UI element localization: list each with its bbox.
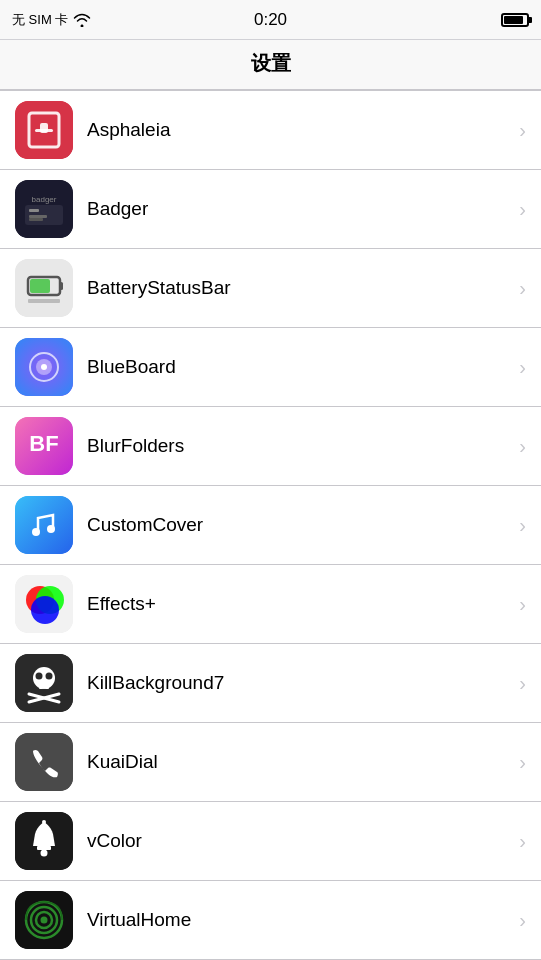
app-icon-customcover — [15, 496, 73, 554]
chevron-icon: › — [519, 277, 526, 300]
svg-rect-34 — [41, 681, 47, 685]
svg-point-46 — [41, 917, 48, 924]
settings-list: Asphaleia › badger Badger › — [0, 90, 541, 960]
list-item[interactable]: Effects+ › — [0, 565, 541, 644]
svg-rect-8 — [29, 215, 47, 218]
svg-rect-37 — [15, 733, 73, 791]
carrier-text: 无 SIM 卡 — [12, 11, 68, 29]
svg-rect-12 — [60, 282, 63, 290]
svg-rect-3 — [40, 123, 48, 133]
svg-rect-13 — [30, 279, 50, 293]
app-name-effects: Effects+ — [87, 593, 511, 615]
list-item[interactable]: BF BlurFolders › — [0, 407, 541, 486]
status-right — [501, 13, 529, 27]
app-icon-killbg — [15, 654, 73, 712]
list-item[interactable]: vColor › — [0, 802, 541, 881]
list-item[interactable]: BatteryStatusBar › — [0, 249, 541, 328]
app-icon-batterystatusbar — [15, 259, 73, 317]
app-name-badger: Badger — [87, 198, 511, 220]
svg-rect-9 — [29, 218, 43, 221]
app-name-blurfolders: BlurFolders — [87, 435, 511, 457]
list-item[interactable]: VirtualHome › — [0, 881, 541, 960]
status-left: 无 SIM 卡 — [12, 11, 91, 29]
list-item[interactable]: badger Badger › — [0, 170, 541, 249]
status-bar: 无 SIM 卡 0:20 — [0, 0, 541, 40]
chevron-icon: › — [519, 672, 526, 695]
app-name-customcover: CustomCover — [87, 514, 511, 536]
svg-point-27 — [31, 596, 59, 624]
app-icon-vcolor — [15, 812, 73, 870]
wifi-icon — [73, 13, 91, 27]
svg-rect-7 — [29, 209, 39, 212]
chevron-icon: › — [519, 909, 526, 932]
chevron-icon: › — [519, 514, 526, 537]
app-icon-virtualhome — [15, 891, 73, 949]
svg-point-30 — [36, 673, 43, 680]
svg-text:BF: BF — [29, 431, 58, 456]
list-item[interactable]: Asphaleia › — [0, 91, 541, 170]
app-name-batterystatusbar: BatteryStatusBar — [87, 277, 511, 299]
app-name-kuaidial: KuaiDial — [87, 751, 511, 773]
svg-point-18 — [41, 364, 47, 370]
battery-icon — [501, 13, 529, 27]
svg-rect-41 — [42, 820, 46, 824]
app-icon-blueboard — [15, 338, 73, 396]
chevron-icon: › — [519, 830, 526, 853]
list-item[interactable]: KuaiDial › — [0, 723, 541, 802]
page-title-bar: 设置 — [0, 40, 541, 90]
app-name-killbg: KillBackground7 — [87, 672, 511, 694]
list-item[interactable]: BlueBoard › — [0, 328, 541, 407]
svg-point-40 — [41, 850, 48, 857]
chevron-icon: › — [519, 593, 526, 616]
chevron-icon: › — [519, 198, 526, 221]
app-name-virtualhome: VirtualHome — [87, 909, 511, 931]
svg-point-23 — [47, 525, 55, 533]
app-name-vcolor: vColor — [87, 830, 511, 852]
svg-rect-14 — [28, 299, 60, 303]
list-item[interactable]: CustomCover › — [0, 486, 541, 565]
app-icon-badger: badger — [15, 180, 73, 238]
svg-point-22 — [32, 528, 40, 536]
page-title: 设置 — [0, 50, 541, 77]
status-time: 0:20 — [254, 10, 287, 30]
chevron-icon: › — [519, 356, 526, 379]
chevron-icon: › — [519, 435, 526, 458]
svg-text:badger: badger — [32, 195, 57, 204]
svg-point-31 — [46, 673, 53, 680]
app-icon-effects — [15, 575, 73, 633]
svg-rect-39 — [37, 846, 51, 850]
app-icon-kuaidial — [15, 733, 73, 791]
svg-rect-21 — [15, 496, 73, 554]
app-name-blueboard: BlueBoard — [87, 356, 511, 378]
list-item[interactable]: KillBackground7 › — [0, 644, 541, 723]
app-name-asphaleia: Asphaleia — [87, 119, 511, 141]
app-icon-blurfolders: BF — [15, 417, 73, 475]
app-icon-asphaleia — [15, 101, 73, 159]
chevron-icon: › — [519, 751, 526, 774]
chevron-icon: › — [519, 119, 526, 142]
